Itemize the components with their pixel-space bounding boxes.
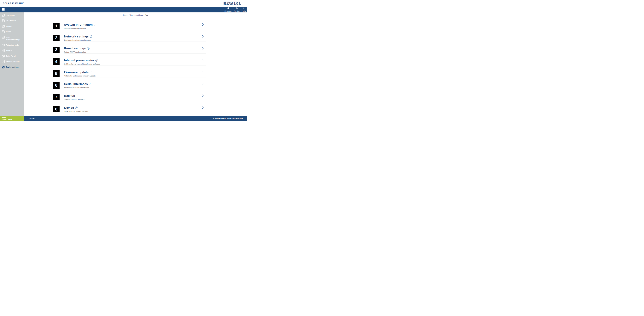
nav-actions: Messages English Profile: [224, 7, 246, 12]
sidebar-item-dashboard[interactable]: Dashboard: [0, 12, 24, 18]
licenses-link[interactable]: Licenses: [28, 118, 34, 119]
top-header: SOLAR ELECTRIC KOSTAL: [0, 0, 247, 6]
annotation-number-badge: 4: [53, 58, 60, 65]
breadcrumb: Home/Device settings/App: [24, 14, 247, 16]
globe-icon: [236, 7, 238, 10]
setting-title: Backup: [64, 94, 75, 98]
tariffs-icon: [2, 30, 4, 33]
sidebar-item-label: Wallbox: [6, 25, 12, 27]
navbar: Messages English Profile: [0, 6, 247, 12]
info-icon[interactable]: i: [89, 83, 91, 85]
breadcrumb-separator: /: [129, 14, 129, 16]
messages-button[interactable]: Messages: [224, 7, 232, 12]
chevron-right-icon[interactable]: [202, 94, 204, 97]
annotation-number-badge: 1: [53, 23, 60, 29]
setting-title: Device: [64, 106, 74, 109]
profile-icon: [243, 7, 245, 10]
setting-title: System information: [64, 23, 93, 26]
setting-description: Time settings, restart and logs: [64, 110, 206, 112]
setting-description: Automatic and manual firmware update: [64, 75, 206, 77]
smart-meter-icon: [2, 19, 4, 22]
setting-row-backup[interactable]: 7 Backup Create or import a backup: [53, 94, 206, 106]
copyright-text: © 2022 KOSTAL Solar Electric GmbH: [213, 118, 244, 119]
divider: [64, 53, 206, 54]
divider: [64, 41, 206, 42]
setting-title: E-mail settings: [64, 46, 86, 50]
device-settings-icon: [2, 66, 4, 68]
sidebar-item-device-settings[interactable]: Device settings: [0, 64, 24, 70]
setting-description: Create or import a backup: [64, 98, 206, 101]
setting-row-firmware-update[interactable]: 5 Firmware update i Automatic and manual…: [53, 70, 206, 82]
info-icon[interactable]: i: [90, 35, 92, 38]
sidebar-item-label: Inverter: [6, 49, 12, 52]
setting-row-serial-interfaces[interactable]: 6 Serial interfaces i Show status of ser…: [53, 82, 206, 94]
sidebar-item-wallbox[interactable]: Wallbox: [0, 23, 24, 29]
setting-description: Set up SMTP configuration: [64, 51, 206, 53]
setting-row-internal-power-meter[interactable]: 4 Internal power meter i Set transformer…: [53, 58, 206, 70]
sidebar-item-smart-meter[interactable]: Smart meter: [0, 18, 24, 23]
setting-row-network-settings[interactable]: 2 Network settings i Configuration of ne…: [53, 35, 206, 46]
profile-button[interactable]: Profile: [242, 7, 246, 12]
setting-title: Firmware update: [64, 70, 88, 74]
setting-row-email-settings[interactable]: 3 E-mail settings i Set up SMTP configur…: [53, 46, 206, 58]
app-root: SOLAR ELECTRIC KOSTAL Messages English: [0, 0, 247, 121]
sidebar-item-plant-overview[interactable]: Plant overview/settings: [0, 34, 24, 42]
sidebar-item-label: Activation code: [6, 44, 19, 46]
sidebar-item-activation-code[interactable]: Activation code: [0, 42, 24, 48]
breadcrumb-link-home[interactable]: Home: [123, 14, 128, 16]
annotation-number-badge: 2: [53, 35, 60, 41]
hamburger-icon[interactable]: [2, 8, 4, 10]
sidebar: Dashboard Smart meter Wallbox Tariffs: [0, 12, 24, 116]
chevron-right-icon[interactable]: [202, 106, 204, 109]
annotation-number-badge: 6: [53, 82, 60, 89]
messages-label: Messages: [224, 10, 232, 12]
setting-description: General system information: [64, 27, 206, 29]
inverter-icon: [2, 49, 4, 52]
setting-row-device[interactable]: 8 Device i Time settings, restart and lo…: [53, 106, 206, 118]
annotation-number-badge: 3: [53, 46, 60, 53]
setting-title: Serial interfaces: [64, 82, 88, 86]
chevron-right-icon[interactable]: [202, 83, 204, 85]
sidebar-item-inverter[interactable]: Inverter: [0, 48, 24, 53]
setting-row-system-information[interactable]: 1 System information i General system in…: [53, 23, 206, 35]
info-icon[interactable]: i: [90, 71, 92, 73]
footer-tagline: Smart connections.: [0, 116, 24, 121]
annotation-number-badge: 5: [53, 70, 60, 77]
info-icon[interactable]: i: [87, 47, 90, 49]
setting-description: Show status of serial interfaces: [64, 86, 206, 89]
sidebar-item-label: Plant overview/settings: [6, 36, 22, 41]
setting-title: Network settings: [64, 35, 89, 38]
breadcrumb-current: App: [145, 14, 148, 16]
sidebar-item-label: Solar Portal: [6, 55, 16, 57]
solar-electric-logo: SOLAR ELECTRIC: [3, 2, 24, 4]
chevron-right-icon[interactable]: [202, 47, 204, 49]
divider: [64, 30, 206, 30]
sidebar-item-label: Device settings: [6, 66, 18, 68]
modbus-icon: [2, 60, 4, 63]
profile-label: Profile: [242, 10, 246, 12]
language-button[interactable]: English: [234, 7, 240, 12]
sidebar-item-tariffs[interactable]: Tariffs: [0, 29, 24, 34]
sidebar-item-label: Smart meter: [6, 19, 16, 22]
setting-description: Configuration of network interface: [64, 39, 206, 41]
kostal-logo: KOSTAL: [224, 1, 241, 5]
chevron-right-icon[interactable]: [202, 23, 204, 26]
sidebar-item-modbus-settings[interactable]: Modbus settings: [0, 59, 24, 64]
chevron-right-icon[interactable]: [202, 71, 204, 73]
annotation-number-badge: 8: [53, 106, 60, 112]
sidebar-item-label: Modbus settings: [6, 60, 20, 63]
info-icon[interactable]: i: [75, 106, 78, 109]
bell-icon: [227, 7, 229, 10]
chevron-right-icon[interactable]: [202, 59, 204, 61]
info-icon[interactable]: i: [96, 59, 98, 61]
annotation-number-badge: 7: [53, 94, 60, 100]
chevron-right-icon[interactable]: [202, 35, 204, 38]
sidebar-item-solar-portal[interactable]: Solar Portal: [0, 53, 24, 59]
info-icon[interactable]: i: [94, 23, 96, 26]
sidebar-item-label: Dashboard: [6, 14, 15, 16]
solar-portal-icon: [2, 55, 4, 57]
divider: [64, 77, 206, 77]
sidebar-item-label: Tariffs: [6, 30, 11, 33]
dashboard-icon: [2, 14, 4, 17]
breadcrumb-link-device-settings[interactable]: Device settings: [130, 14, 143, 16]
